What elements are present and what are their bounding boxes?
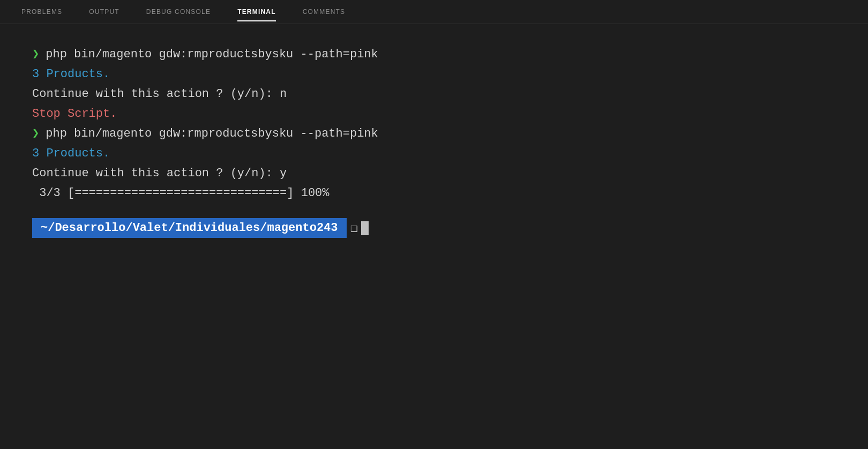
prompt-path: ~/Desarrollo/Valet/Individuales/magento2… [32,218,347,238]
terminal-line-1: ❯ php bin/magento gdw:rmproductsbysku --… [32,46,836,63]
output-blue-1: 3 Products. [32,65,110,83]
terminal-line-5: ❯ php bin/magento gdw:rmproductsbysku --… [32,125,836,143]
tab-comments[interactable]: COMMENTS [292,3,356,21]
output-progress: 3/3 [==============================] 100… [32,184,330,202]
terminal-body: ❯ php bin/magento gdw:rmproductsbysku --… [0,24,868,449]
cursor-block [361,221,369,235]
output-red-1: Stop Script. [32,105,117,123]
command-text-2: php bin/magento gdw:rmproductsbysku --pa… [46,125,378,143]
output-normal-1: Continue with this action ? (y/n): n [32,85,287,103]
prompt-line: ~/Desarrollo/Valet/Individuales/magento2… [32,218,836,238]
output-blue-2: 3 Products. [32,145,110,162]
tab-terminal[interactable]: TERMINAL [227,3,287,21]
terminal-line-3: Continue with this action ? (y/n): n [32,85,836,103]
terminal-line-8: 3/3 [==============================] 100… [32,184,836,202]
terminal-line-2: 3 Products. [32,65,836,83]
terminal-line-7: Continue with this action ? (y/n): y [32,164,836,182]
terminal-line-6: 3 Products. [32,145,836,162]
tab-output[interactable]: OUTPUT [78,3,130,21]
tab-debug-console[interactable]: DEBUG CONSOLE [136,3,221,21]
tab-problems[interactable]: PROBLEMS [11,3,73,21]
terminal-line-4: Stop Script. [32,105,836,123]
chevron-icon-1: ❯ [32,46,39,63]
panel-tabs: PROBLEMS OUTPUT DEBUG CONSOLE TERMINAL C… [0,0,868,24]
output-normal-2: Continue with this action ? (y/n): y [32,164,287,182]
command-text-1: php bin/magento gdw:rmproductsbysku --pa… [46,46,378,63]
prompt-symbol: ❑ [351,221,358,235]
chevron-icon-2: ❯ [32,125,39,143]
